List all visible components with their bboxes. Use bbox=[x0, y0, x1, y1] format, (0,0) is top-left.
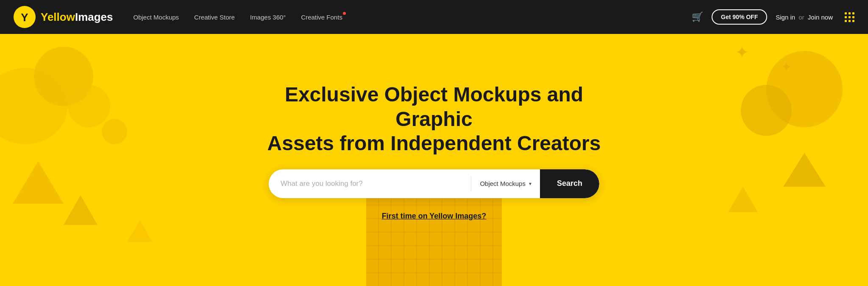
search-input[interactable] bbox=[269, 169, 471, 198]
auth-separator: or bbox=[798, 14, 804, 21]
search-bar: Object Mockups ▾ Search bbox=[269, 169, 599, 198]
join-now-link[interactable]: Join now bbox=[808, 14, 833, 21]
logo-link[interactable]: Y Yellow Images bbox=[14, 6, 113, 28]
grid-dot bbox=[845, 16, 847, 18]
new-indicator-dot bbox=[343, 12, 346, 15]
logo-icon: Y bbox=[14, 6, 36, 28]
grid-dot bbox=[852, 12, 854, 14]
category-label: Object Mockups bbox=[480, 180, 526, 187]
svg-text:Y: Y bbox=[21, 11, 28, 24]
sign-in-link[interactable]: Sign in bbox=[776, 14, 795, 21]
nav-links: Object Mockups Creative Store Images 360… bbox=[134, 14, 692, 21]
navbar: Y Yellow Images Object Mockups Creative … bbox=[0, 0, 868, 34]
grid-dot bbox=[852, 20, 854, 22]
discount-button[interactable]: Get 90% OFF bbox=[712, 9, 767, 25]
hero-section: ✦ ✦ Exclusive Object Mockups and Graphic… bbox=[0, 34, 868, 286]
nav-link-images-360[interactable]: Images 360° bbox=[250, 14, 286, 21]
brand-yellow: Yellow bbox=[41, 11, 75, 24]
first-time-link[interactable]: First time on Yellow Images? bbox=[382, 212, 487, 221]
hero-content: Exclusive Object Mockups and Graphic Ass… bbox=[264, 82, 604, 221]
brand-white: Images bbox=[75, 11, 113, 24]
auth-links: Sign in or Join now bbox=[776, 14, 833, 21]
category-dropdown[interactable]: Object Mockups ▾ bbox=[471, 169, 540, 198]
grid-dot bbox=[849, 20, 851, 22]
search-button[interactable]: Search bbox=[540, 169, 599, 198]
hero-title: Exclusive Object Mockups and Graphic Ass… bbox=[264, 82, 604, 156]
chevron-down-icon: ▾ bbox=[529, 181, 531, 187]
grid-dot bbox=[849, 12, 851, 14]
grid-dot bbox=[845, 20, 847, 22]
nav-link-object-mockups[interactable]: Object Mockups bbox=[134, 14, 179, 21]
apps-grid-icon[interactable] bbox=[845, 12, 854, 22]
grid-dot bbox=[849, 16, 851, 18]
brand-name: Yellow Images bbox=[41, 11, 113, 24]
nav-link-creative-fonts[interactable]: Creative Fonts bbox=[301, 14, 342, 21]
grid-dot bbox=[852, 16, 854, 18]
nav-right: 🛒 Get 90% OFF Sign in or Join now bbox=[692, 9, 854, 25]
cart-icon[interactable]: 🛒 bbox=[692, 11, 703, 22]
nav-link-creative-store[interactable]: Creative Store bbox=[194, 14, 235, 21]
grid-dot bbox=[845, 12, 847, 14]
